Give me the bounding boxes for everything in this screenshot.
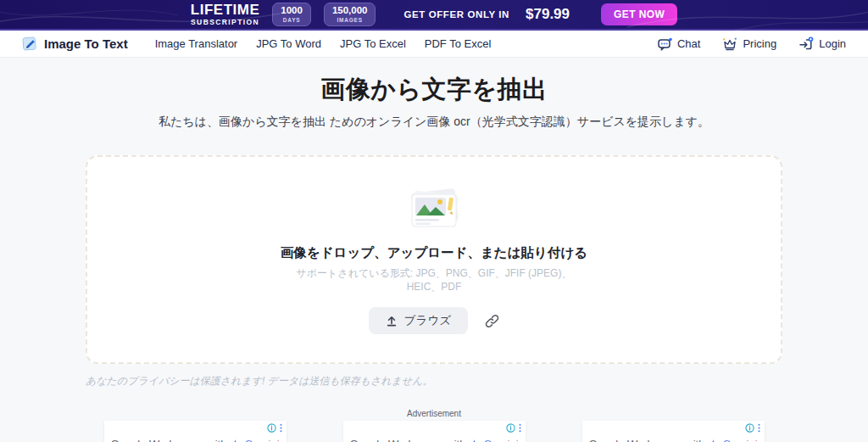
lifetime-subscription-title: LIFETIME SUBSCRIPTION bbox=[191, 3, 259, 26]
chat-button[interactable]: Chat bbox=[658, 37, 700, 51]
pricing-label: Pricing bbox=[743, 37, 776, 50]
ad-text: Google Workspace with bbox=[588, 438, 704, 442]
ad-menu-dots-icon[interactable] bbox=[757, 423, 761, 433]
paste-link-icon[interactable] bbox=[485, 314, 499, 328]
ad-text: Google Workspace with bbox=[349, 438, 465, 442]
days-badge: 1000 DAYS bbox=[272, 3, 311, 26]
ad-card[interactable]: Google Workspace with Gemini bbox=[343, 421, 526, 442]
drop-instruction: 画像をドロップ、アップロード、または貼り付ける bbox=[281, 244, 587, 262]
ad-brand: Gemini bbox=[722, 438, 757, 442]
login-label: Login bbox=[819, 37, 846, 50]
supported-formats: サポートされている形式: JPG、PNG、GIF、JFIF (JPEG)、 HE… bbox=[297, 266, 572, 294]
privacy-note: あなたのプライバシーは保護されます! データは送信も保存もされません。 bbox=[86, 374, 782, 389]
upload-icon bbox=[386, 315, 398, 327]
gemini-sparkle-icon bbox=[231, 439, 240, 442]
ad-info-icon[interactable] bbox=[745, 423, 754, 433]
ad-info-icon[interactable] bbox=[267, 423, 276, 433]
login-button[interactable]: Login bbox=[798, 36, 846, 51]
upload-actions: ブラウズ bbox=[369, 307, 499, 334]
gemini-sparkle-icon bbox=[470, 439, 479, 442]
ad-controls bbox=[267, 423, 283, 433]
browse-label: ブラウズ bbox=[404, 313, 451, 328]
crown-icon bbox=[722, 36, 737, 51]
nav-menu: Image Translator JPG To Word JPG To Exce… bbox=[155, 37, 492, 50]
hero-section: 画像から文字を抽出 私たちは、画像から文字を抽出 ためのオンライン画像 ocr（… bbox=[0, 58, 868, 130]
ad-card-row: Google Workspace with Gemini Google Work… bbox=[104, 421, 765, 442]
login-icon bbox=[798, 36, 814, 51]
nav-item-pdf-to-excel[interactable]: PDF To Excel bbox=[425, 37, 492, 50]
ad-card[interactable]: Google Workspace with Gemini bbox=[104, 421, 287, 442]
gemini-sparkle-icon bbox=[709, 439, 718, 442]
nav-right-group: Chat Pricing Login bbox=[658, 36, 846, 51]
chat-icon bbox=[658, 37, 672, 51]
offer-countdown-text: GET OFFER ONLY IN bbox=[403, 9, 509, 20]
page-subtitle: 私たちは、画像から文字を抽出 ためのオンライン画像 ocr（光学式文字認識）サー… bbox=[0, 115, 868, 130]
ad-brand: Gemini bbox=[483, 438, 518, 442]
ad-brand: Gemini bbox=[244, 438, 279, 442]
ad-menu-dots-icon[interactable] bbox=[518, 423, 522, 433]
pricing-button[interactable]: Pricing bbox=[722, 36, 776, 51]
nav-item-jpg-to-excel[interactable]: JPG To Excel bbox=[340, 37, 406, 50]
ad-text: Google Workspace with bbox=[110, 438, 226, 442]
promo-banner: LIFETIME SUBSCRIPTION 1000 DAYS 150,000 … bbox=[0, 0, 868, 31]
ad-controls bbox=[506, 423, 522, 433]
image-to-text-logo-icon bbox=[22, 36, 38, 52]
brand-name: Image To Text bbox=[44, 36, 128, 51]
chat-label: Chat bbox=[677, 37, 700, 50]
advertisement-label: Advertisement bbox=[0, 409, 868, 418]
offer-price: $79.99 bbox=[526, 6, 570, 23]
ad-card[interactable]: Google Workspace with Gemini bbox=[582, 421, 765, 442]
top-nav: Image To Text Image Translator JPG To Wo… bbox=[0, 31, 868, 58]
images-badge: 150,000 IMAGES bbox=[324, 3, 376, 26]
image-stack-icon bbox=[395, 185, 473, 236]
get-now-button[interactable]: GET NOW bbox=[601, 3, 677, 25]
ad-info-icon[interactable] bbox=[506, 423, 515, 433]
brand-logo[interactable]: Image To Text bbox=[22, 36, 128, 52]
nav-item-image-translator[interactable]: Image Translator bbox=[155, 37, 238, 50]
ad-menu-dots-icon[interactable] bbox=[279, 423, 283, 433]
browse-button[interactable]: ブラウズ bbox=[369, 307, 468, 334]
page-title: 画像から文字を抽出 bbox=[0, 73, 868, 107]
nav-item-jpg-to-word[interactable]: JPG To Word bbox=[256, 37, 321, 50]
ad-controls bbox=[745, 423, 761, 433]
upload-dropzone[interactable]: 画像をドロップ、アップロード、または貼り付ける サポートされている形式: JPG… bbox=[86, 155, 782, 364]
